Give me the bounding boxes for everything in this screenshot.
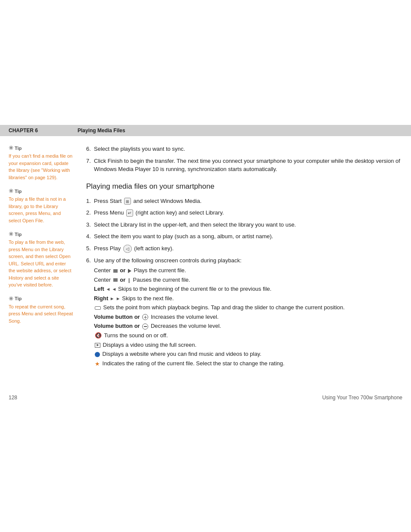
menu-key-icon: ↵: [126, 209, 133, 217]
tip-3: ✳ Tip To play a file from the web, press…: [9, 231, 73, 289]
tip-text-2: To play a file that is not in a library,…: [9, 196, 73, 224]
pre-step-6-num: 6.: [86, 145, 94, 153]
slider-icon: [95, 306, 101, 310]
tip-header-3: ✳ Tip: [9, 231, 73, 237]
vol-minus-icon: [142, 324, 148, 330]
step-2: 2. Press Menu ↵ (right action key) and s…: [86, 208, 402, 217]
chapter-label: CHAPTER 6: [9, 128, 78, 134]
pre-step-7-text: Click Finish to begin the transfer. The …: [94, 157, 402, 174]
ctrl-vol-up-text: Volume button or Increases the volume le…: [94, 313, 218, 321]
step-1: 1. Press Start ⊞ and select Windows Medi…: [86, 197, 402, 205]
ctrl-vol-up: Volume button or Increases the volume le…: [94, 313, 402, 321]
play-triangle-icon: [128, 269, 131, 273]
step-6: 6. Use any of the following onscreen con…: [86, 256, 402, 369]
right-skip-icon: ► ►: [110, 296, 121, 301]
pre-step-6-text: Select the playlists you want to sync.: [94, 145, 402, 153]
ctrl-video-text: Displays a video using the full screen.: [94, 341, 196, 349]
chapter-title: Playing Media Files: [78, 128, 125, 134]
ctrl-web: Displays a website where you can find mu…: [94, 350, 402, 358]
ctrl-center-pause: Center or ‖ Pauses the current file.: [94, 276, 402, 284]
ctrl-web-text: Displays a website where you can find mu…: [94, 350, 262, 358]
tip-star-4: ✳: [9, 296, 13, 302]
ctrl-left-skip-text: Left ◄ ◄ Skips to the beginning of the c…: [94, 285, 271, 293]
tip-label-4: Tip: [15, 296, 22, 301]
tip-header-2: ✳ Tip: [9, 188, 73, 194]
ctrl-star-rating: ★ Indicates the rating of the current fi…: [94, 359, 402, 368]
ctrl-vol-down-text: Volume button or Decreases the volume le…: [94, 322, 221, 330]
tip-text-4: To repeat the current song, press Menu a…: [9, 303, 73, 325]
left-skip-icon: ◄ ◄: [106, 286, 116, 292]
tip-text-1: If you can't find a media file on your e…: [9, 152, 73, 181]
tip-star-1: ✳: [9, 145, 13, 151]
step-5: 5. Press Play ◁ (left action key).: [86, 244, 402, 253]
step-2-num: 2.: [86, 208, 94, 217]
ctrl-vol-down: Volume button or Decreases the volume le…: [94, 322, 402, 330]
video-fullscreen-icon: [95, 343, 100, 348]
ctrl-center-play-text: Center or Plays the current file.: [94, 266, 186, 275]
step-1-num: 1.: [86, 197, 94, 205]
tip-label-2: Tip: [15, 189, 22, 194]
sound-toggle-icon: 🔇: [95, 331, 102, 340]
center-rect-icon: [113, 269, 118, 273]
ctrl-slider-text: Sets the point from which playback begin…: [94, 303, 345, 312]
ctrl-right-skip: Right ► ► Skips to the next file.: [94, 294, 402, 303]
web-globe-icon: [95, 352, 100, 357]
pre-step-6: 6. Select the playlists you want to sync…: [86, 145, 402, 153]
center-rect-icon-2: [113, 278, 118, 282]
footer-right-text: Using Your Treo 700w Smartphone: [322, 395, 402, 401]
tip-header-1: ✳ Tip: [9, 145, 73, 151]
step-5-content: Press Play ◁ (left action key).: [94, 244, 402, 253]
vol-plus-icon: [142, 314, 148, 320]
page-number: 128: [9, 395, 17, 401]
start-key-icon: ⊞: [124, 198, 131, 205]
step-6-num: 6.: [86, 256, 94, 369]
tip-label-3: Tip: [15, 232, 22, 237]
pre-step-7-num: 7.: [86, 157, 94, 174]
controls-block: Center or Plays the current file. Center…: [94, 266, 402, 368]
step-4: 4. Select the item you want to play (suc…: [86, 232, 402, 241]
step-3-num: 3.: [86, 221, 94, 229]
section-title: Playing media files on your smartphone: [86, 182, 402, 191]
tip-label-1: Tip: [15, 146, 22, 151]
step-4-content: Select the item you want to play (such a…: [94, 232, 402, 241]
play-key-icon: ◁: [123, 245, 132, 253]
sidebar-tips: ✳ Tip If you can't find a media file on …: [9, 145, 82, 372]
chapter-header: CHAPTER 6 Playing Media Files: [0, 125, 411, 136]
steps-list: 1. Press Start ⊞ and select Windows Medi…: [86, 197, 402, 369]
ctrl-star-text: ★ Indicates the rating of the current fi…: [94, 359, 284, 368]
tip-2: ✳ Tip To play a file that is not in a li…: [9, 188, 73, 224]
ctrl-right-skip-text: Right ► ► Skips to the next file.: [94, 294, 174, 303]
tip-star-3: ✳: [9, 231, 13, 237]
ctrl-left-skip: Left ◄ ◄ Skips to the beginning of the c…: [94, 285, 402, 293]
pre-step-7: 7. Click Finish to begin the transfer. T…: [86, 157, 402, 174]
pre-steps: 6. Select the playlists you want to sync…: [86, 145, 402, 174]
ctrl-center-play: Center or Plays the current file.: [94, 266, 402, 275]
step-4-num: 4.: [86, 232, 94, 241]
tip-header-4: ✳ Tip: [9, 296, 73, 302]
tip-1: ✳ Tip If you can't find a media file on …: [9, 145, 73, 181]
ctrl-video: Displays a video using the full screen.: [94, 341, 402, 349]
ctrl-center-pause-text: Center or ‖ Pauses the current file.: [94, 276, 190, 284]
step-2-content: Press Menu ↵ (right action key) and sele…: [94, 208, 402, 217]
pause-bars-icon: ‖: [128, 277, 131, 284]
page-footer: 128 Using Your Treo 700w Smartphone: [0, 389, 411, 406]
ctrl-sound: 🔇 Turns the sound on or off.: [94, 331, 402, 340]
star-rating-icon: ★: [95, 360, 100, 368]
step-5-num: 5.: [86, 244, 94, 253]
tip-text-3: To play a file from the web, press Menu …: [9, 239, 73, 289]
tip-4: ✳ Tip To repeat the current song, press …: [9, 296, 73, 325]
ctrl-sound-text: 🔇 Turns the sound on or off.: [94, 331, 168, 340]
tip-star-2: ✳: [9, 188, 13, 194]
step-3: 3. Select the Library list in the upper-…: [86, 221, 402, 229]
ctrl-slider: Sets the point from which playback begin…: [94, 303, 402, 312]
step-6-content: Use any of the following onscreen contro…: [94, 256, 402, 369]
step-6-text: Use any of the following onscreen contro…: [94, 257, 242, 264]
main-content: 6. Select the playlists you want to sync…: [82, 145, 402, 372]
step-1-content: Press Start ⊞ and select Windows Media.: [94, 197, 402, 205]
step-3-content: Select the Library list in the upper-lef…: [94, 221, 402, 229]
